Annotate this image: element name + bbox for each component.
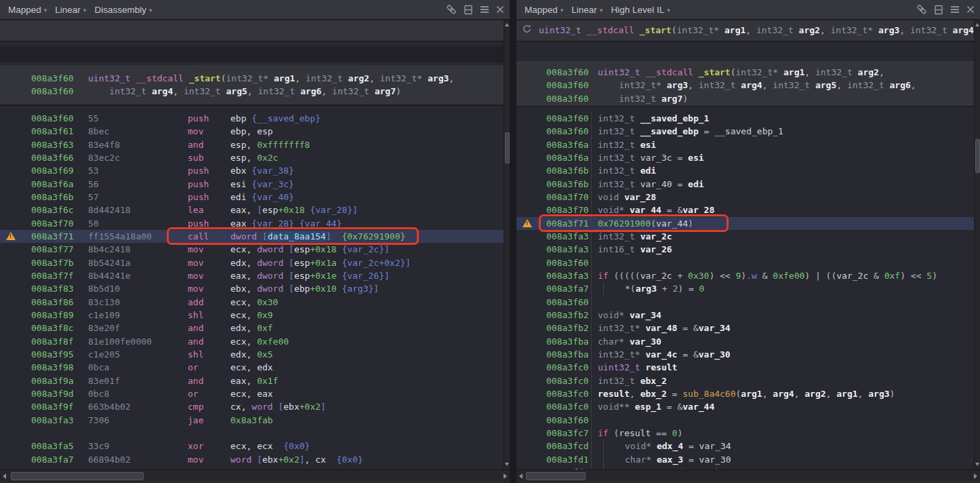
- disasm-row[interactable]: 008a3fa533c9xorecx, ecx {0x0}: [0, 440, 504, 452]
- hlil-row[interactable]: 008a3fa3if (((((var_2c + 0x30) << 9).w &…: [516, 269, 974, 282]
- hlil-row[interactable]: 008a3f70void var_28: [516, 191, 974, 204]
- disasm-row[interactable]: 008a3f6683ec2csubesp, 0x2c: [0, 151, 504, 164]
- scrollbar-thumb[interactable]: [505, 132, 510, 163]
- token-mn: __stdcall: [586, 25, 634, 35]
- disasm-row[interactable]: 008a3f838b5d10movebx, dword [ebp+0x10 {a…: [0, 282, 504, 295]
- hlil-row[interactable]: 008a3f60: [516, 414, 974, 427]
- scroll-right-arrow[interactable]: [500, 470, 510, 482]
- hlil-row[interactable]: 008a3fa3int32_t var_2c: [516, 230, 974, 243]
- linear-dropdown[interactable]: Linear: [571, 5, 603, 15]
- hlil-row[interactable]: 008a3fb2void* var_34: [516, 309, 974, 322]
- view-type-dropdown[interactable]: High Level IL: [611, 5, 670, 15]
- scroll-down-arrow[interactable]: [504, 461, 510, 468]
- hlil-row[interactable]: 008a3fa7*(arg3 + 2) = 0: [516, 282, 974, 295]
- view-type-dropdown[interactable]: Disassembly: [94, 5, 152, 15]
- signature-line[interactable]: 008a3f60uint32_t __stdcall _start(int32_…: [516, 66, 974, 79]
- hlil-row[interactable]: 008a3fc0uint32_t result: [516, 361, 974, 374]
- signature-line[interactable]: 008a3f60 int32_t* arg3, int32_t arg4, in…: [516, 79, 974, 92]
- horizontal-scrollbar[interactable]: [516, 469, 980, 482]
- disasm-row[interactable]: 008a3f6b57pushedi {var_40}: [0, 191, 504, 204]
- hlil-row[interactable]: 008a3f60: [516, 256, 974, 269]
- token-num: 0xfe00: [773, 271, 804, 281]
- horizontal-scrollbar[interactable]: [0, 469, 510, 482]
- token-br: ]: [326, 231, 331, 242]
- menu-icon[interactable]: [950, 5, 960, 14]
- disasm-row[interactable]: 008a3f6c8d442418leaeax, [esp+0x18 {var_2…: [0, 204, 504, 216]
- hlil-row[interactable]: 008a3f6bint32_t var_40 = edi: [516, 178, 974, 191]
- disasm-row[interactable]: 008a3fa37306jae0x8a3fab: [0, 414, 504, 427]
- disasm-row[interactable]: 008a3f6a56pushesi {var_3c}: [0, 178, 504, 191]
- disasm-row[interactable]: 008a3f8f81e100fe0000andecx, 0xfe00: [0, 335, 504, 348]
- hlil-row[interactable]: 008a3fc0result, ebx_2 = sub_8a4c60(arg1,…: [516, 387, 974, 400]
- signature-line[interactable]: 008a3f60uint32_t __stdcall _start(int32_…: [0, 72, 504, 85]
- close-icon[interactable]: [496, 5, 504, 14]
- hlil-row[interactable]: 008a3f60int32_t __saved_ebp = __saved_eb…: [516, 125, 974, 138]
- disasm-row[interactable]: 008a3f8c83e20fandedx, 0xf: [0, 322, 504, 334]
- disasm-row[interactable]: 008a3f9a83e01fandeax, 0x1f: [0, 374, 504, 387]
- hlil-row[interactable]: 008a3f6bint32_t edi: [516, 164, 974, 177]
- disasm-row[interactable]: 008a3f89c1e109shlecx, 0x9: [0, 309, 504, 322]
- hlil-row[interactable]: 008a3fcdvoid* edx_4 = var_34: [516, 440, 974, 452]
- disasm-row[interactable]: [0, 427, 504, 440]
- byte-row[interactable]: 008a3f56cc cc-cc cc cc cc cc cc cc cc...…: [0, 46, 504, 62]
- hlil-row[interactable]: 008a3f70void* var_44 = &var_28: [516, 204, 974, 216]
- refresh-icon[interactable]: [522, 20, 532, 41]
- scrollbar-thumb[interactable]: [526, 472, 586, 480]
- token-reg: , cx: [305, 455, 337, 465]
- mapped-dropdown[interactable]: Mapped: [525, 5, 563, 15]
- hlil-row[interactable]: 008a3fbaint32_t* var_4c = &var_30: [516, 348, 974, 361]
- menu-icon[interactable]: [480, 5, 489, 14]
- scroll-right-arrow[interactable]: [971, 470, 980, 482]
- disasm-row[interactable]: 008a3f7f8b44241emoveax, dword [esp+0x1e …: [0, 269, 504, 282]
- token-reg: ebx: [262, 455, 278, 465]
- disasm-row[interactable]: 008a3f6383e4f8andesp, 0xfffffff8: [0, 138, 504, 151]
- hlil-row[interactable]: 008a3f60: [516, 296, 974, 309]
- vertical-scrollbar[interactable]: [504, 20, 510, 469]
- hlil-row[interactable]: 008a3f710x76291900(var_44): [516, 217, 974, 230]
- signature-line[interactable]: 008a3f60 int32_t arg7): [516, 92, 974, 105]
- link-icon[interactable]: [446, 4, 457, 15]
- hlil-row[interactable]: 008a3fc0int32_t ebx_2: [516, 374, 974, 387]
- disasm-row[interactable]: 008a3f9f663b4b02cmpcx, word [ebx+0x2]: [0, 400, 504, 413]
- disasm-row[interactable]: 008a3f980bcaorecx, edx: [0, 361, 504, 374]
- signature-line[interactable]: 008a3f60 int32_t arg4, int32_t arg5, int…: [0, 85, 504, 98]
- hlil-row[interactable]: 008a3fc7if (result == 0): [516, 427, 974, 440]
- disasm-row[interactable]: 008a3f7b8b54241amovedx, dword [esp+0x1a …: [0, 256, 504, 269]
- vertical-scrollbar[interactable]: [974, 20, 980, 469]
- split-view-icon[interactable]: [934, 5, 943, 15]
- disasm-row[interactable]: 008a3fa766894b02movword [ebx+0x2], cx {0…: [0, 453, 504, 466]
- function-signature[interactable]: uint32_t __stdcall _start(int32_t* arg1,…: [539, 20, 980, 41]
- address: 008a3f89: [31, 309, 88, 322]
- disasm-row[interactable]: 008a3f618becmovebp, esp: [0, 125, 504, 138]
- hlil-row[interactable]: 008a3fb2int32_t* var_48 = &var_34: [516, 322, 974, 334]
- scroll-up-arrow[interactable]: [975, 22, 980, 28]
- mapped-dropdown[interactable]: Mapped: [8, 5, 47, 15]
- disasm-row[interactable]: 008a3f71ff1554a18a00calldword [data_8aa1…: [0, 230, 504, 243]
- address: 008a3f98: [31, 361, 88, 374]
- scroll-left-arrow[interactable]: [516, 470, 526, 482]
- hlil-row[interactable]: 008a3fc0void** esp_1 = &var_44: [516, 400, 974, 413]
- disasm-row[interactable]: 008a3f8683c130addecx, 0x30: [0, 296, 504, 309]
- split-view-icon[interactable]: [464, 5, 473, 15]
- disasm-row[interactable]: 008a3f95c1e205shledx, 0x5: [0, 348, 504, 361]
- hlil-row[interactable]: 008a3f60int32_t __saved_ebp_1: [516, 112, 974, 125]
- close-icon[interactable]: [966, 5, 975, 14]
- scroll-down-arrow[interactable]: [975, 461, 980, 468]
- link-icon[interactable]: [916, 4, 927, 15]
- linear-dropdown[interactable]: Linear: [55, 5, 86, 15]
- hlil-row[interactable]: 008a3fa3int16_t var_26: [516, 243, 974, 256]
- hlil-row[interactable]: 008a3f6aint32_t var_3c = esi: [516, 151, 974, 164]
- scrollbar-thumb[interactable]: [11, 472, 144, 480]
- disasm-row[interactable]: 008a3f778b4c2418movecx, dword [esp+0x18 …: [0, 243, 504, 256]
- hlil-row[interactable]: 008a3fbachar* var_30: [516, 335, 974, 348]
- hlil-row[interactable]: 008a3f6aint32_t esi: [516, 138, 974, 151]
- scroll-left-arrow[interactable]: [0, 470, 9, 482]
- scroll-up-arrow[interactable]: [504, 22, 510, 28]
- scrollbar-thumb[interactable]: [975, 139, 980, 173]
- disasm-row[interactable]: 008a3f9d0bc8orecx, eax: [0, 387, 504, 400]
- disasm-row[interactable]: 008a3f6953pushebx {var_38}: [0, 164, 504, 177]
- disasm-row[interactable]: 008a3f7050pusheax {var_28} {var_44}: [0, 217, 504, 230]
- token-fn: sub_8a4c60: [682, 389, 735, 399]
- disasm-row[interactable]: 008a3f6055pushebp {__saved_ebp}: [0, 112, 504, 125]
- hlil-row[interactable]: 008a3fd1char* eax_3 = var_30: [516, 453, 974, 466]
